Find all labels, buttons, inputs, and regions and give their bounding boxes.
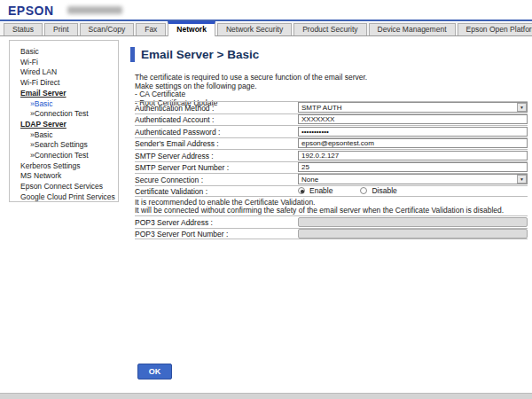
sidebar-item-ldap-search-settings[interactable]: »Search Settings [10, 140, 118, 151]
chevron-down-icon[interactable]: ▼ [517, 103, 527, 112]
title-accent-bar [130, 47, 135, 62]
certificate-validation-label: Certificate Validation : [135, 186, 298, 196]
form-row: POP3 Server Port Number : [135, 228, 528, 240]
secure-connection-label: Secure Connection : [135, 175, 298, 184]
smtp-server-port-field[interactable] [298, 162, 528, 172]
sidebar-item-email-server-connection-test[interactable]: »Connection Test [10, 109, 118, 120]
sidebar-item-kerberos-settings[interactable]: Kerberos Settings [10, 161, 118, 172]
form-row: Authenticated Account : [135, 113, 528, 126]
form-row: POP3 Server Address : [135, 215, 528, 228]
header-divider [0, 20, 532, 21]
pop3-server-port-label: POP3 Server Port Number : [135, 229, 298, 239]
tab-fax[interactable]: Fax [136, 23, 166, 35]
smtp-server-address-field[interactable] [298, 151, 528, 160]
sidebar-item-ldap-connection-test[interactable]: »Connection Test [10, 151, 118, 161]
disable-radio-label: Disable [372, 186, 396, 195]
tab-device-management[interactable]: Device Management [369, 23, 456, 35]
tab-epson-open-platform[interactable]: Epson Open Platform [458, 23, 532, 35]
sidebar-item-ms-network[interactable]: MS Network [10, 171, 118, 182]
tab-status[interactable]: Status [4, 23, 43, 35]
authenticated-password-field[interactable] [298, 127, 528, 137]
sidebar-item-wifi[interactable]: Wi-Fi [10, 58, 118, 68]
note-line: It will be connected without confirming … [135, 207, 528, 215]
form-row: SMTP Server Address : [135, 149, 528, 161]
pop3-server-address-field [298, 217, 528, 227]
pop3-server-port-field [298, 229, 528, 239]
senders-email-address-label: Sender's Email Address : [135, 138, 298, 148]
sidebar-item-email-server-basic[interactable]: »Basic [10, 99, 118, 110]
secure-connection-select[interactable]: None ▼ [298, 174, 528, 184]
app-window: EPSON Status Print Scan/Copy Fax Network… [0, 0, 532, 393]
sidebar-item-basic[interactable]: Basic [10, 47, 118, 58]
chevron-down-icon[interactable]: ▼ [517, 175, 527, 184]
form-row: Certificate Validation : Enable Disable [135, 185, 528, 198]
authenticated-password-label: Authenticated Password : [135, 127, 298, 137]
header: EPSON [0, 0, 532, 20]
email-server-form: Authentication Method : SMTP AUTH ▼ Auth… [135, 101, 528, 197]
pop3-server-address-label: POP3 Server Address : [135, 217, 298, 227]
tab-network[interactable]: Network [168, 21, 215, 36]
tab-scan-copy[interactable]: Scan/Copy [80, 23, 135, 35]
printer-model-blurred [67, 6, 122, 14]
authenticated-account-field[interactable] [298, 114, 528, 124]
page-title: Email Server > Basic [141, 48, 259, 61]
tab-bar: Status Print Scan/Copy Fax Network Netwo… [0, 22, 532, 36]
certificate-validation-disable-radio[interactable] [360, 187, 367, 194]
sidebar-item-epson-connect-services[interactable]: Epson Connect Services [10, 182, 118, 192]
sidebar-item-wifi-direct[interactable]: Wi-Fi Direct [10, 78, 118, 89]
form-row: Sender's Email Address : [135, 137, 528, 150]
form-row: Authenticated Password : [135, 125, 528, 137]
tab-network-security[interactable]: Network Security [217, 23, 292, 35]
sidebar-item-ldap-server[interactable]: LDAP Server [10, 120, 118, 130]
form-row: Authentication Method : SMTP AUTH ▼ [135, 101, 528, 113]
enable-radio-label: Enable [309, 186, 332, 195]
authentication-method-label: Authentication Method : [135, 103, 298, 113]
certificate-validation-note: It is recommended to enable the Certific… [135, 199, 528, 215]
sidebar-item-google-cloud-print-services[interactable]: Google Cloud Print Services [10, 192, 118, 203]
epson-logo: EPSON [8, 4, 54, 18]
certificate-validation-enable-radio[interactable] [298, 187, 305, 194]
sidebar-item-ldap-basic[interactable]: »Basic [10, 130, 118, 141]
page-bottom-margin [0, 393, 532, 399]
sidebar-nav: Basic Wi-Fi Wired LAN Wi-Fi Direct Email… [9, 40, 119, 202]
pop3-form: POP3 Server Address : POP3 Server Port N… [135, 215, 528, 239]
tab-print[interactable]: Print [44, 23, 77, 35]
senders-email-address-field[interactable] [298, 138, 528, 148]
smtp-server-address-label: SMTP Server Address : [135, 151, 298, 160]
authentication-method-select[interactable]: SMTP AUTH ▼ [298, 102, 528, 113]
form-row: Secure Connection : None ▼ [135, 173, 528, 185]
form-row: SMTP Server Port Number : [135, 161, 528, 174]
sidebar-item-email-server[interactable]: Email Server [10, 89, 118, 99]
ok-button[interactable]: OK [137, 364, 172, 379]
tab-product-security[interactable]: Product Security [293, 23, 366, 35]
authenticated-account-label: Authenticated Account : [135, 114, 298, 124]
smtp-server-port-label: SMTP Server Port Number : [135, 162, 298, 172]
sidebar-item-wired-lan[interactable]: Wired LAN [10, 67, 118, 78]
